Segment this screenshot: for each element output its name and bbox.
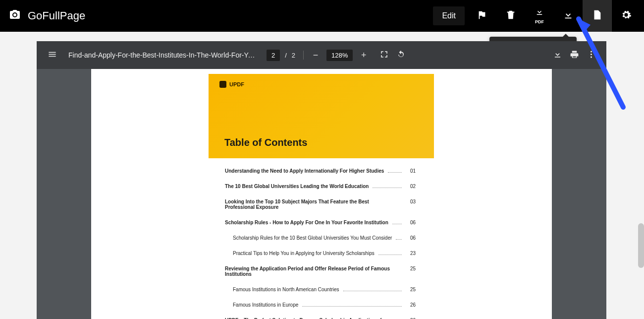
zoom-controls: − 128% + xyxy=(312,50,368,61)
download-button[interactable] xyxy=(549,47,566,64)
toc-label: Famous Institutions in Europe xyxy=(233,302,298,308)
scrollbar-thumb[interactable] xyxy=(638,223,644,268)
page-separator: / xyxy=(285,52,287,59)
document-hero: UPDF Table of Contents xyxy=(209,74,434,158)
toc-entry: Understanding the Need to Apply Internat… xyxy=(225,168,416,174)
toc-entry: Scholarship Rules - How to Apply For One… xyxy=(225,220,416,225)
svg-point-2 xyxy=(590,53,591,55)
toc-leader xyxy=(396,239,402,240)
zoom-value[interactable]: 128% xyxy=(326,50,353,61)
document-name: Find-and-Apply-For-the-Best-Institutes-I… xyxy=(68,51,257,59)
toc-leader xyxy=(378,255,402,255)
brand-name: UPDF xyxy=(229,81,244,87)
more-vert-icon xyxy=(587,50,596,61)
toc-page: 06 xyxy=(406,235,416,241)
rotate-button[interactable] xyxy=(392,47,409,64)
download-icon xyxy=(535,7,544,18)
toc-label: The 10 Best Global Universities Leading … xyxy=(225,184,369,189)
settings-button[interactable] xyxy=(611,0,640,32)
toc-leader xyxy=(343,291,402,291)
hero-title: Table of Contents xyxy=(224,137,307,148)
files-button[interactable] xyxy=(583,0,611,32)
toc-page: 02 xyxy=(406,184,416,189)
toc-label: Looking Into the Top 10 Subject Majors T… xyxy=(225,199,399,210)
print-button[interactable] xyxy=(566,47,583,64)
pdf-viewer: Find-and-Apply-For-the-Best-Institutes-I… xyxy=(37,41,606,319)
toc-label: Scholarship Rules for the 10 Best Global… xyxy=(233,235,392,241)
toc-label: Scholarship Rules - How to Apply For One… xyxy=(225,220,388,225)
pdf-label: PDF xyxy=(535,19,544,24)
toc-page: 25 xyxy=(406,287,416,292)
menu-icon xyxy=(48,50,57,61)
extension-title: GoFullPage xyxy=(28,9,85,22)
zoom-in-button[interactable]: + xyxy=(360,50,368,61)
toc-leader xyxy=(388,172,402,173)
toc-leader xyxy=(302,306,402,307)
fit-page-icon xyxy=(379,50,389,61)
table-of-contents: Understanding the Need to Apply Internat… xyxy=(91,168,552,319)
camera-icon xyxy=(9,9,21,23)
toc-page: 03 xyxy=(407,199,416,204)
download-icon xyxy=(563,9,574,22)
fit-page-button[interactable] xyxy=(376,47,392,64)
toc-entry: Famous Institutions in North American Co… xyxy=(225,287,416,292)
toc-page: 06 xyxy=(406,220,416,225)
delete-button[interactable] xyxy=(496,0,525,32)
toc-leader xyxy=(373,188,402,188)
gear-icon xyxy=(621,9,632,22)
toc-entry: Reviewing the Application Period and Off… xyxy=(225,266,416,277)
download-icon xyxy=(553,50,562,61)
toc-entry: Scholarship Rules for the 10 Best Global… xyxy=(225,235,416,241)
toolbar-divider xyxy=(303,51,304,60)
toc-label: Reviewing the Application Period and Off… xyxy=(225,266,399,277)
toc-label: Practical Tips to Help You in Applying f… xyxy=(233,251,375,256)
page-indicator: 2 / 2 xyxy=(267,50,295,61)
toc-entry: The 10 Best Global Universities Leading … xyxy=(225,184,416,189)
toc-page: 25 xyxy=(407,266,416,271)
brand-logo: UPDF xyxy=(219,81,434,88)
page-total: 2 xyxy=(292,52,295,59)
toc-page: 26 xyxy=(406,302,416,308)
pdf-body[interactable]: UPDF Table of Contents Understanding the… xyxy=(37,69,606,319)
trash-icon xyxy=(505,9,516,22)
print-icon xyxy=(570,50,579,61)
extension-logo: GoFullPage xyxy=(9,9,85,23)
zoom-out-button[interactable]: − xyxy=(312,50,320,61)
rotate-icon xyxy=(396,50,406,61)
extension-header: GoFullPage Edit PDF xyxy=(0,0,644,32)
download-png-button[interactable] xyxy=(554,0,583,32)
document-icon xyxy=(591,9,602,22)
toc-entry: Practical Tips to Help You in Applying f… xyxy=(225,251,416,256)
toc-page: 01 xyxy=(406,168,416,174)
pdf-toolbar: Find-and-Apply-For-the-Best-Institutes-I… xyxy=(37,41,606,69)
toc-entry: Famous Institutions in Europe26 xyxy=(225,302,416,308)
toc-page: 23 xyxy=(406,251,416,256)
brand-mark-icon xyxy=(219,81,226,88)
toc-label: Famous Institutions in North American Co… xyxy=(233,287,339,292)
more-button[interactable] xyxy=(583,47,599,64)
flag-button[interactable] xyxy=(468,0,496,32)
pdf-page: UPDF Table of Contents Understanding the… xyxy=(91,69,552,319)
menu-button[interactable] xyxy=(44,47,60,64)
svg-point-3 xyxy=(590,56,591,58)
edit-button[interactable]: Edit xyxy=(433,6,465,25)
toc-leader xyxy=(392,224,402,224)
toc-label: Understanding the Need to Apply Internat… xyxy=(225,168,384,174)
download-pdf-button[interactable]: PDF xyxy=(525,0,554,32)
flag-icon xyxy=(477,9,487,22)
svg-point-1 xyxy=(590,51,591,52)
toc-entry: Looking Into the Top 10 Subject Majors T… xyxy=(225,199,416,210)
page-current-input[interactable]: 2 xyxy=(267,50,280,61)
